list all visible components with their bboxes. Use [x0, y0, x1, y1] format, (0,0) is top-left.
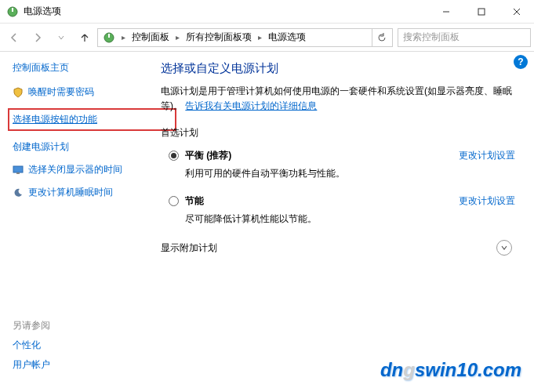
- preferred-plans-label: 首选计划: [161, 126, 515, 140]
- sidebar-item-sleep[interactable]: 更改计算机睡眠时间: [13, 186, 145, 199]
- svg-rect-1: [12, 8, 13, 12]
- see-also-label: 另请参阅: [13, 319, 50, 332]
- shield-icon: [13, 87, 24, 98]
- power-icon: [6, 5, 19, 18]
- radio-saver[interactable]: [169, 196, 179, 206]
- chevron-right-icon: ▸: [258, 33, 262, 42]
- sidebar-item-create-plan[interactable]: 创建电源计划: [13, 140, 145, 154]
- chevron-right-icon: ▸: [122, 33, 125, 42]
- moon-icon: [13, 187, 24, 198]
- breadcrumb-item[interactable]: 电源选项: [265, 29, 309, 45]
- window-titlebar: 电源选项: [0, 0, 534, 24]
- sidebar-item-wake-password[interactable]: 唤醒时需要密码: [13, 85, 145, 99]
- radio-balanced[interactable]: [169, 151, 179, 161]
- sidebar-item-label: 创建电源计划: [13, 140, 69, 154]
- window-title: 电源选项: [24, 5, 428, 18]
- search-input[interactable]: 搜索控制面板: [398, 28, 531, 47]
- sidebar: 控制面板主页 唤醒时需要密码 选择电源按钮的功能 创建电源计划 选择关闭显示器的…: [0, 52, 145, 392]
- plan-name: 平衡 (推荐): [185, 149, 231, 162]
- page-title: 选择或自定义电源计划: [161, 61, 515, 76]
- watermark: dngswin10.com: [380, 359, 521, 381]
- address-bar: ▸ 控制面板 ▸ 所有控制面板项 ▸ 电源选项 搜索控制面板: [0, 24, 534, 52]
- svg-rect-8: [13, 166, 23, 172]
- see-also-section: 另请参阅 个性化 用户帐户: [13, 319, 50, 378]
- forward-button[interactable]: [27, 27, 49, 49]
- sidebar-item-label: 选择电源按钮的功能: [13, 113, 97, 126]
- learn-more-link[interactable]: 告诉我有关电源计划的详细信息: [185, 100, 317, 111]
- change-plan-link[interactable]: 更改计划设置: [459, 149, 515, 162]
- sidebar-item-display-off[interactable]: 选择关闭显示器的时间: [13, 163, 145, 176]
- svg-rect-3: [478, 9, 485, 15]
- breadcrumb-bar[interactable]: ▸ 控制面板 ▸ 所有控制面板项 ▸ 电源选项: [97, 28, 393, 47]
- power-plan-saver: 节能 更改计划设置 尽可能降低计算机性能以节能。: [169, 194, 515, 226]
- show-additional-plans[interactable]: 显示附加计划: [161, 240, 515, 256]
- page-description: 电源计划是用于管理计算机如何使用电源的一套硬件和系统设置(如显示器亮度、睡眠等)…: [161, 84, 515, 114]
- monitor-icon: [13, 165, 24, 176]
- sidebar-item-label: 选择关闭显示器的时间: [28, 163, 122, 176]
- footer-link-personalization[interactable]: 个性化: [13, 339, 50, 352]
- chevron-down-icon[interactable]: [496, 240, 512, 256]
- refresh-button[interactable]: [372, 29, 391, 46]
- close-button[interactable]: [499, 0, 534, 24]
- breadcrumb-item[interactable]: 控制面板: [129, 29, 173, 45]
- footer-link-user-accounts[interactable]: 用户帐户: [13, 358, 50, 372]
- svg-rect-7: [108, 34, 110, 38]
- help-button[interactable]: ?: [514, 55, 528, 69]
- plan-description: 利用可用的硬件自动平衡功耗与性能。: [185, 167, 515, 180]
- chevron-right-icon: ▸: [176, 33, 180, 42]
- sidebar-home-link[interactable]: 控制面板主页: [13, 61, 145, 74]
- plan-description: 尽可能降低计算机性能以节能。: [185, 212, 515, 226]
- svg-rect-9: [16, 172, 20, 174]
- up-button[interactable]: [75, 28, 94, 47]
- maximize-button[interactable]: [463, 0, 499, 24]
- power-icon: [103, 31, 115, 44]
- main-panel: ? 选择或自定义电源计划 电源计划是用于管理计算机如何使用电源的一套硬件和系统设…: [145, 52, 534, 392]
- recent-dropdown[interactable]: [50, 27, 72, 49]
- power-plan-balanced: 平衡 (推荐) 更改计划设置 利用可用的硬件自动平衡功耗与性能。: [169, 149, 515, 180]
- plan-name: 节能: [185, 194, 204, 208]
- change-plan-link[interactable]: 更改计划设置: [459, 194, 515, 208]
- extra-plans-label: 显示附加计划: [161, 241, 217, 255]
- minimize-button[interactable]: [428, 0, 463, 24]
- back-button[interactable]: [3, 27, 25, 49]
- sidebar-item-label: 唤醒时需要密码: [28, 85, 94, 99]
- sidebar-item-label: 更改计算机睡眠时间: [28, 186, 113, 199]
- breadcrumb-item[interactable]: 所有控制面板项: [183, 29, 255, 45]
